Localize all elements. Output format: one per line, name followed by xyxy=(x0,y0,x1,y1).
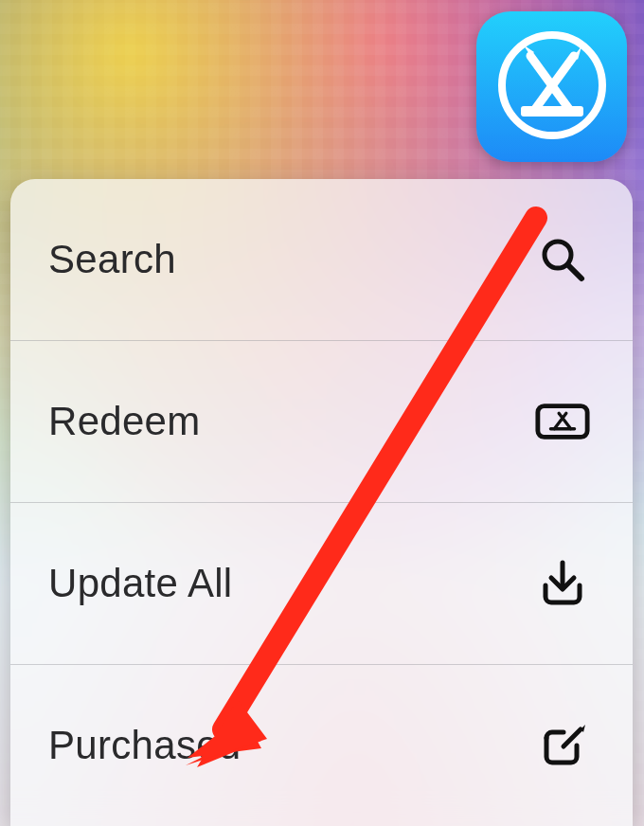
quick-action-label: Search xyxy=(48,237,176,282)
download-icon xyxy=(534,559,591,608)
compose-icon xyxy=(534,721,591,770)
quick-action-label: Purchased xyxy=(48,723,242,768)
app-store-icon xyxy=(496,29,608,145)
svg-line-6 xyxy=(568,265,581,278)
svg-rect-7 xyxy=(538,406,587,438)
quick-action-update-all[interactable]: Update All xyxy=(10,502,633,664)
quick-action-menu: Search Redeem Update All xyxy=(10,179,633,826)
quick-action-label: Update All xyxy=(48,561,232,606)
quick-action-search[interactable]: Search xyxy=(10,179,633,340)
redeem-card-icon xyxy=(534,400,591,443)
search-icon xyxy=(534,235,591,284)
svg-rect-3 xyxy=(521,106,583,117)
quick-action-label: Redeem xyxy=(48,399,201,444)
quick-action-redeem[interactable]: Redeem xyxy=(10,340,633,502)
app-store-app-icon[interactable] xyxy=(476,11,627,162)
quick-action-purchased[interactable]: Purchased xyxy=(10,664,633,826)
